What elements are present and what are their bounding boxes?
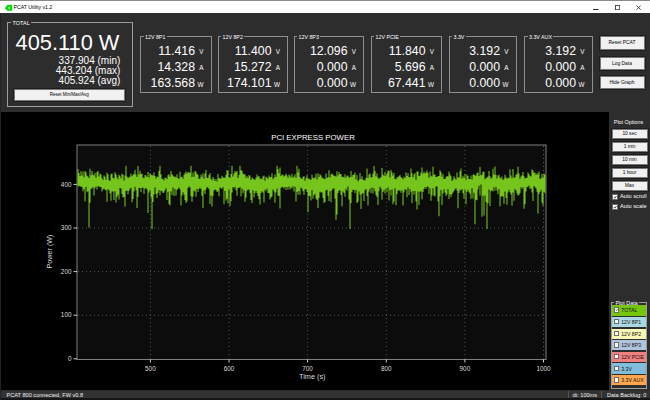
svg-text:1000: 1000 <box>536 365 551 372</box>
svg-text:0: 0 <box>68 355 72 362</box>
svg-text:100: 100 <box>61 311 72 318</box>
svg-text:Time (s): Time (s) <box>299 372 325 381</box>
svg-text:PCI EXPRESS POWER: PCI EXPRESS POWER <box>271 133 355 142</box>
svg-text:500: 500 <box>145 365 156 372</box>
svg-text:Power (W): Power (W) <box>45 235 54 269</box>
svg-text:700: 700 <box>302 365 313 372</box>
svg-text:200: 200 <box>61 268 72 275</box>
svg-text:800: 800 <box>381 365 392 372</box>
svg-text:600: 600 <box>224 365 235 372</box>
svg-text:400: 400 <box>61 181 72 188</box>
svg-text:900: 900 <box>460 365 471 372</box>
svg-text:300: 300 <box>61 224 72 231</box>
